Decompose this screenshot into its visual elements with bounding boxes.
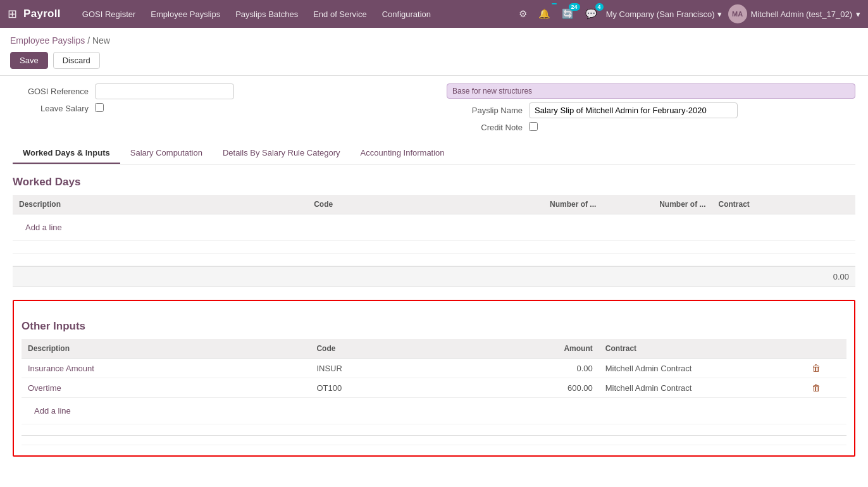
worked-days-spacer-1 [13,241,855,254]
other-inputs-heading: Other Inputs [22,320,846,333]
worked-days-spacer-2 [13,254,855,266]
credit-note-label: Credit Note [447,123,523,132]
tab-worked-days-inputs[interactable]: Worked Days & Inputs [13,143,120,164]
other-inputs-table: Description Code Amount Contract Insuran… [22,339,846,445]
nav-employee-payslips[interactable]: Employee Payslips [144,7,226,22]
payslip-name-label: Payslip Name [447,106,523,115]
worked-days-table: Description Code Number of ... Number of… [13,195,855,266]
messages-badge: 4 [595,3,604,11]
topnav-right: ⚙ 🔔 🔄 24 💬 4 My Company (San Francisco) … [516,4,860,23]
worked-days-total: 0.00 [13,266,855,287]
gosi-reference-input[interactable] [95,83,234,99]
tab-salary-computation[interactable]: Salary Computation [120,143,213,164]
payslip-name-row: Payslip Name [447,102,855,118]
table-row: Overtime OT100 600.00 Mitchell Admin Con… [22,378,846,398]
leave-salary-row: Leave Salary [13,103,421,114]
save-button[interactable]: Save [10,52,48,69]
delete-icon: 🗑 [812,363,821,373]
oi-col-contract: Contract [599,339,805,359]
messages-icon[interactable]: 💬 4 [583,7,600,21]
tabs: Worked Days & Inputs Salary Computation … [13,143,855,164]
nav-configuration[interactable]: Configuration [376,7,437,22]
nav-end-of-service[interactable]: End of Service [307,7,373,22]
notification-badge [552,3,557,4]
company-name: My Company (San Francisco) [606,9,715,19]
credit-note-row: Credit Note [447,122,855,133]
col-number-of-1: Number of ... [493,195,602,214]
col-description: Description [13,195,307,214]
oi-spacer-1 [22,424,846,436]
oi-row-1-code: OT100 [310,378,492,398]
leave-salary-checkbox[interactable] [95,103,104,112]
user-name: Mitchell Admin (test_17_02) [751,9,852,19]
oi-col-description: Description [22,339,310,359]
user-menu[interactable]: MA Mitchell Admin (test_17_02) ▾ [728,4,860,23]
col-code: Code [307,195,493,214]
company-chevron: ▾ [717,9,722,19]
nav-gosi-register[interactable]: GOSI Register [76,7,142,22]
oi-row-1-amount: 600.00 [492,378,599,398]
delete-icon: 🗑 [812,383,821,393]
avatar: MA [728,4,747,23]
updates-icon[interactable]: 🔄 24 [559,7,576,21]
action-buttons: Save Discard [10,52,858,69]
oi-row-0-delete[interactable]: 🗑 [805,359,846,378]
gosi-reference-row: GOSI Reference [13,83,421,99]
oi-col-actions [805,339,846,359]
updates-badge: 24 [569,3,580,11]
oi-row-1-description[interactable]: Overtime [22,378,310,398]
breadcrumb-current: New [92,35,110,46]
tab-details-salary-rule[interactable]: Details By Salary Rule Category [213,143,350,164]
form-right: Base for new structures Payslip Name Cre… [447,83,855,137]
tab-accounting-information[interactable]: Accounting Information [350,143,455,164]
discard-button[interactable]: Discard [53,52,100,69]
notifications-icon[interactable]: 🔔 [536,7,553,21]
payslip-name-value [529,102,855,118]
worked-days-add-line[interactable]: Add a line [19,219,68,236]
col-number-of-2: Number of ... [602,195,712,214]
oi-col-code: Code [310,339,492,359]
oi-row-1-contract: Mitchell Admin Contract [599,378,805,398]
col-contract: Contract [712,195,855,214]
app-name[interactable]: Payroll [23,8,61,20]
worked-days-add-line-row: Add a line [13,214,855,241]
settings-icon[interactable]: ⚙ [516,7,530,21]
company-selector[interactable]: My Company (San Francisco) ▾ [606,9,722,19]
oi-row-0-description[interactable]: Insurance Amount [22,359,310,378]
oi-spacer-2 [22,436,846,445]
credit-note-value [529,122,855,133]
credit-note-checkbox[interactable] [529,122,538,131]
payslip-name-input[interactable] [529,102,738,118]
worked-days-heading: Worked Days [13,176,855,188]
breadcrumb: Employee Payslips / New [10,35,858,46]
form-left: GOSI Reference Leave Salary [13,83,421,137]
gosi-reference-label: GOSI Reference [13,87,89,96]
table-row: Insurance Amount INSUR 0.00 Mitchell Adm… [22,359,846,378]
oi-row-1-delete[interactable]: 🗑 [805,378,846,398]
top-menu: GOSI Register Employee Payslips Payslips… [76,7,516,22]
worked-days-section: Worked Days Description Code Number of .… [13,176,855,287]
structure-banner: Base for new structures [447,83,855,99]
top-navigation: ⊞ Payroll GOSI Register Employee Payslip… [0,0,868,28]
breadcrumb-parent[interactable]: Employee Payslips [10,35,85,46]
other-inputs-add-line-row: Add a line [22,398,846,424]
breadcrumb-separator: / [87,35,92,46]
oi-row-0-code: INSUR [310,359,492,378]
nav-payslips-batches[interactable]: Payslips Batches [229,7,304,22]
leave-salary-label: Leave Salary [13,104,89,113]
user-chevron: ▾ [856,9,860,19]
other-inputs-add-line[interactable]: Add a line [28,402,77,419]
gosi-reference-value [95,83,421,99]
other-inputs-section: Other Inputs Description Code Amount Con… [13,300,855,457]
oi-row-0-contract: Mitchell Admin Contract [599,359,805,378]
grid-icon[interactable]: ⊞ [8,7,17,21]
breadcrumb-bar: Employee Payslips / New Save Discard [0,28,868,76]
oi-col-amount: Amount [492,339,599,359]
leave-salary-value [95,103,421,114]
oi-row-0-amount: 0.00 [492,359,599,378]
main-content: GOSI Reference Leave Salary Base for new… [0,76,868,487]
